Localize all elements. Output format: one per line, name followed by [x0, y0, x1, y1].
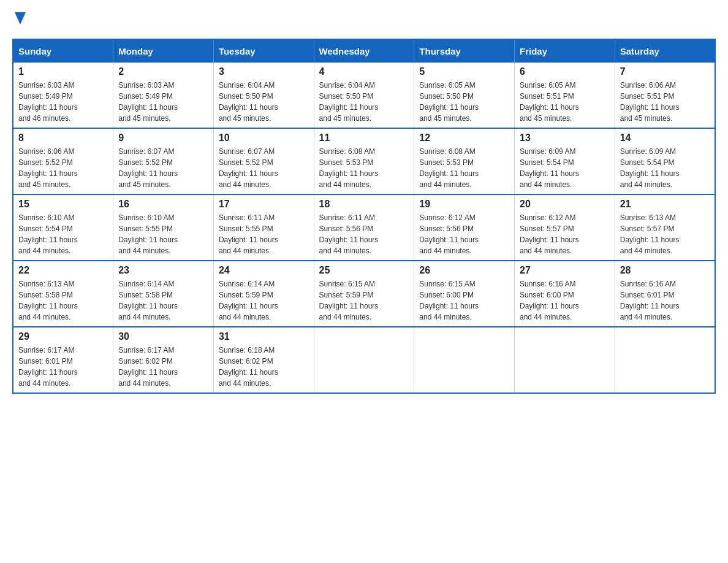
day-info: Sunrise: 6:11 AM Sunset: 5:56 PM Dayligh… — [319, 212, 409, 256]
day-info: Sunrise: 6:15 AM Sunset: 5:59 PM Dayligh… — [319, 278, 409, 323]
day-number: 11 — [319, 132, 409, 144]
column-header-wednesday: Wednesday — [314, 39, 414, 63]
day-info: Sunrise: 6:09 AM Sunset: 5:54 PM Dayligh… — [620, 146, 710, 190]
day-cell-26: 26 Sunrise: 6:15 AM Sunset: 6:00 PM Dayl… — [414, 261, 515, 327]
day-number: 27 — [520, 265, 610, 276]
day-number: 5 — [419, 66, 509, 77]
week-row-5: 29 Sunrise: 6:17 AM Sunset: 6:01 PM Dayl… — [13, 327, 715, 393]
column-header-saturday: Saturday — [615, 39, 715, 63]
day-number: 16 — [118, 199, 208, 210]
day-cell-11: 11 Sunrise: 6:08 AM Sunset: 5:53 PM Dayl… — [314, 128, 414, 194]
day-info: Sunrise: 6:08 AM Sunset: 5:53 PM Dayligh… — [419, 146, 509, 190]
day-info: Sunrise: 6:06 AM Sunset: 5:51 PM Dayligh… — [620, 80, 710, 124]
day-number: 9 — [118, 132, 208, 144]
empty-cell — [314, 327, 414, 393]
day-cell-31: 31 Sunrise: 6:18 AM Sunset: 6:02 PM Dayl… — [213, 327, 314, 393]
day-cell-17: 17 Sunrise: 6:11 AM Sunset: 5:55 PM Dayl… — [213, 194, 314, 261]
day-cell-1: 1 Sunrise: 6:03 AM Sunset: 5:49 PM Dayli… — [13, 63, 113, 128]
day-number: 17 — [219, 199, 309, 210]
day-cell-19: 19 Sunrise: 6:12 AM Sunset: 5:56 PM Dayl… — [414, 194, 515, 261]
day-cell-9: 9 Sunrise: 6:07 AM Sunset: 5:52 PM Dayli… — [113, 128, 214, 194]
day-cell-27: 27 Sunrise: 6:16 AM Sunset: 6:00 PM Dayl… — [515, 261, 615, 327]
day-number: 26 — [419, 265, 509, 276]
day-cell-21: 21 Sunrise: 6:13 AM Sunset: 5:57 PM Dayl… — [615, 194, 715, 261]
day-number: 20 — [520, 199, 610, 210]
day-info: Sunrise: 6:14 AM Sunset: 5:58 PM Dayligh… — [118, 278, 208, 323]
week-row-1: 1 Sunrise: 6:03 AM Sunset: 5:49 PM Dayli… — [13, 63, 715, 128]
day-info: Sunrise: 6:15 AM Sunset: 6:00 PM Dayligh… — [419, 278, 509, 323]
day-cell-16: 16 Sunrise: 6:10 AM Sunset: 5:55 PM Dayl… — [113, 194, 214, 261]
day-cell-30: 30 Sunrise: 6:17 AM Sunset: 6:02 PM Dayl… — [113, 327, 214, 393]
column-header-friday: Friday — [515, 39, 615, 63]
day-number: 28 — [620, 265, 710, 276]
day-number: 1 — [18, 66, 108, 77]
day-number: 25 — [319, 265, 409, 276]
day-number: 6 — [520, 66, 610, 77]
day-number: 31 — [219, 331, 309, 342]
day-cell-23: 23 Sunrise: 6:14 AM Sunset: 5:58 PM Dayl… — [113, 261, 214, 327]
day-info: Sunrise: 6:12 AM Sunset: 5:56 PM Dayligh… — [419, 212, 509, 256]
day-number: 22 — [18, 265, 108, 276]
day-number: 12 — [419, 132, 509, 144]
column-header-thursday: Thursday — [414, 39, 515, 63]
day-info: Sunrise: 6:03 AM Sunset: 5:49 PM Dayligh… — [18, 80, 108, 124]
day-number: 23 — [118, 265, 208, 276]
day-cell-29: 29 Sunrise: 6:17 AM Sunset: 6:01 PM Dayl… — [13, 327, 113, 393]
calendar-table: SundayMondayTuesdayWednesdayThursdayFrid… — [12, 39, 716, 394]
day-cell-3: 3 Sunrise: 6:04 AM Sunset: 5:50 PM Dayli… — [213, 63, 314, 128]
day-number: 14 — [620, 132, 710, 144]
day-cell-20: 20 Sunrise: 6:12 AM Sunset: 5:57 PM Dayl… — [515, 194, 615, 261]
day-info: Sunrise: 6:16 AM Sunset: 6:00 PM Dayligh… — [520, 278, 610, 323]
day-cell-5: 5 Sunrise: 6:05 AM Sunset: 5:50 PM Dayli… — [414, 63, 515, 128]
logo — [12, 12, 26, 26]
day-cell-22: 22 Sunrise: 6:13 AM Sunset: 5:58 PM Dayl… — [13, 261, 113, 327]
day-number: 4 — [319, 66, 409, 77]
column-header-sunday: Sunday — [13, 39, 113, 63]
day-cell-7: 7 Sunrise: 6:06 AM Sunset: 5:51 PM Dayli… — [615, 63, 715, 128]
day-cell-18: 18 Sunrise: 6:11 AM Sunset: 5:56 PM Dayl… — [314, 194, 414, 261]
day-info: Sunrise: 6:12 AM Sunset: 5:57 PM Dayligh… — [520, 212, 610, 256]
day-info: Sunrise: 6:11 AM Sunset: 5:55 PM Dayligh… — [219, 212, 309, 256]
day-cell-15: 15 Sunrise: 6:10 AM Sunset: 5:54 PM Dayl… — [13, 194, 113, 261]
empty-cell — [414, 327, 515, 393]
day-cell-25: 25 Sunrise: 6:15 AM Sunset: 5:59 PM Dayl… — [314, 261, 414, 327]
day-info: Sunrise: 6:14 AM Sunset: 5:59 PM Dayligh… — [219, 278, 309, 323]
day-number: 13 — [520, 132, 610, 144]
day-info: Sunrise: 6:13 AM Sunset: 5:57 PM Dayligh… — [620, 212, 710, 256]
day-info: Sunrise: 6:17 AM Sunset: 6:01 PM Dayligh… — [18, 345, 108, 389]
day-info: Sunrise: 6:05 AM Sunset: 5:50 PM Dayligh… — [419, 80, 509, 124]
day-cell-24: 24 Sunrise: 6:14 AM Sunset: 5:59 PM Dayl… — [213, 261, 314, 327]
day-info: Sunrise: 6:05 AM Sunset: 5:51 PM Dayligh… — [520, 80, 610, 124]
day-info: Sunrise: 6:10 AM Sunset: 5:54 PM Dayligh… — [18, 212, 108, 256]
day-number: 24 — [219, 265, 309, 276]
day-cell-12: 12 Sunrise: 6:08 AM Sunset: 5:53 PM Dayl… — [414, 128, 515, 194]
day-info: Sunrise: 6:07 AM Sunset: 5:52 PM Dayligh… — [219, 146, 309, 190]
day-number: 8 — [18, 132, 108, 144]
day-cell-4: 4 Sunrise: 6:04 AM Sunset: 5:50 PM Dayli… — [314, 63, 414, 128]
day-number: 19 — [419, 199, 509, 210]
day-number: 18 — [319, 199, 409, 210]
column-header-tuesday: Tuesday — [213, 39, 314, 63]
day-info: Sunrise: 6:04 AM Sunset: 5:50 PM Dayligh… — [219, 80, 309, 124]
day-number: 3 — [219, 66, 309, 77]
day-number: 29 — [18, 331, 108, 342]
day-number: 2 — [118, 66, 208, 77]
empty-cell — [515, 327, 615, 393]
day-info: Sunrise: 6:09 AM Sunset: 5:54 PM Dayligh… — [520, 146, 610, 190]
day-info: Sunrise: 6:10 AM Sunset: 5:55 PM Dayligh… — [118, 212, 208, 256]
day-info: Sunrise: 6:13 AM Sunset: 5:58 PM Dayligh… — [18, 278, 108, 323]
day-cell-2: 2 Sunrise: 6:03 AM Sunset: 5:49 PM Dayli… — [113, 63, 214, 128]
day-number: 21 — [620, 199, 710, 210]
day-cell-8: 8 Sunrise: 6:06 AM Sunset: 5:52 PM Dayli… — [13, 128, 113, 194]
day-info: Sunrise: 6:18 AM Sunset: 6:02 PM Dayligh… — [219, 345, 309, 389]
day-info: Sunrise: 6:17 AM Sunset: 6:02 PM Dayligh… — [118, 345, 208, 389]
svg-marker-0 — [15, 12, 26, 25]
week-row-2: 8 Sunrise: 6:06 AM Sunset: 5:52 PM Dayli… — [13, 128, 715, 194]
day-cell-6: 6 Sunrise: 6:05 AM Sunset: 5:51 PM Dayli… — [515, 63, 615, 128]
page-header — [12, 12, 716, 26]
day-info: Sunrise: 6:07 AM Sunset: 5:52 PM Dayligh… — [118, 146, 208, 190]
day-cell-14: 14 Sunrise: 6:09 AM Sunset: 5:54 PM Dayl… — [615, 128, 715, 194]
day-info: Sunrise: 6:08 AM Sunset: 5:53 PM Dayligh… — [319, 146, 409, 190]
column-header-monday: Monday — [113, 39, 214, 63]
day-number: 30 — [118, 331, 208, 342]
